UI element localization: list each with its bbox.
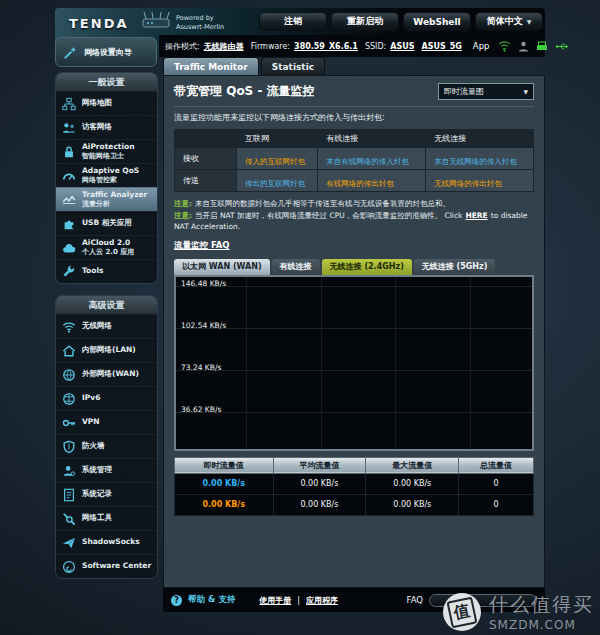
utility-link[interactable]: 应用程序: [306, 595, 338, 606]
packet-link[interactable]: 传入的互联网封包: [245, 157, 305, 166]
packet-link[interactable]: 来自无线网络的传入封包: [434, 157, 517, 166]
stat-value: 0.00 KB/s: [393, 500, 431, 509]
table-row: 传送 传出的互联网封包 有线网络的传出封包 无线网络的传出封包: [175, 170, 534, 192]
webshell-button[interactable]: WebShell: [403, 12, 471, 31]
sidebar-item-system-log[interactable]: 系统记录: [56, 482, 157, 506]
logout-button[interactable]: 注销: [259, 12, 327, 31]
router-admin-page: TENDA Powered by Asuswrt-Merlin 注销 重新启动 …: [0, 0, 600, 635]
table-row: 接收 传入的互联网封包 来自有线网络的传入封包 来自无线网络的传入封包: [175, 148, 534, 170]
ssid-label: SSID:: [365, 42, 386, 51]
disable-nat-link[interactable]: HERE: [465, 211, 487, 220]
col-header-wireless: 无线连接: [426, 130, 534, 148]
stats-header-average: 平均流量值: [273, 457, 366, 473]
note-line: 注意:当开启 NAT 加速时，有线网络流量经过 CPU，会影响流量监控的准确性。…: [174, 210, 534, 233]
tab-statistic[interactable]: Statistic: [261, 57, 325, 75]
row-label-transmit: 传送: [175, 170, 237, 192]
powered-by-line1: Powered by: [176, 14, 224, 23]
traffic-chart: 146.48 KB/s 102.54 KB/s 73.24 KB/s 36.62…: [174, 275, 534, 451]
sidebar-item-aiprotection[interactable]: AiProtection智能网络卫士: [56, 139, 157, 163]
page-container: TENDA Powered by Asuswrt-Merlin 注销 重新启动 …: [55, 8, 545, 630]
iface-tab-wireless-5ghz[interactable]: 无线连接 (5GHz): [414, 259, 496, 275]
stats-row: 0.00 KB/s 0.00 KB/s 0.00 KB/s 0: [175, 494, 534, 515]
packet-link[interactable]: 来自有线网络的传入封包: [326, 157, 409, 166]
sidebar-item-aicloud[interactable]: AiCloud 2.0个人云 2.0 应用: [56, 235, 157, 259]
printer-icon[interactable]: [536, 41, 548, 52]
y-axis-tick: 36.62 KB/s: [181, 405, 221, 414]
table-corner: [175, 130, 237, 148]
wifi-status-icon[interactable]: [498, 40, 511, 52]
network-map-icon: [61, 97, 77, 111]
usb-icon[interactable]: [555, 41, 569, 52]
stats-header-current: 即时流量值: [175, 457, 274, 473]
view-mode-value: 即时流量图: [444, 86, 484, 97]
shield-icon: [61, 440, 77, 454]
lock-icon: [61, 145, 77, 159]
sidebar-item-vpn[interactable]: VPN: [56, 410, 157, 434]
op-mode-link[interactable]: 无线路由器: [204, 41, 244, 52]
reboot-button[interactable]: 重新启动: [331, 12, 399, 31]
cloud-icon: [61, 241, 77, 255]
sidebar-item-ipv6[interactable]: IPv6: [56, 386, 157, 410]
globe-icon: [61, 368, 77, 382]
stat-value: 0.00 KB/s: [203, 479, 246, 488]
quick-setup-button[interactable]: 网络设置向导: [55, 37, 157, 67]
traffic-chart-icon: [61, 193, 77, 207]
chart-gridline: [176, 412, 532, 413]
sidebar-item-administration[interactable]: 系统管理: [56, 458, 157, 482]
language-label: 简体中文: [487, 15, 523, 28]
stats-row: 0.00 KB/s 0.00 KB/s 0.00 KB/s 0: [175, 473, 534, 494]
packet-link[interactable]: 无线网络的传出封包: [434, 179, 502, 188]
smzdm-watermark: 值 什么值得买 SMZDM.COM: [443, 592, 594, 632]
sidebar-item-network-tools[interactable]: 网络工具: [56, 506, 157, 530]
sidebar-item-wan[interactable]: 外部网络(WAN): [56, 362, 157, 386]
sidebar-item-lan[interactable]: 内部网络(LAN): [56, 338, 157, 362]
main-content: Traffic Monitor Statistic 带宽管理 QoS - 流量监…: [163, 57, 545, 588]
firmware-link[interactable]: 380.59_X6.6.1: [294, 42, 358, 51]
sidebar-item-adaptive-qos[interactable]: Adaptive QoS网络管控家: [56, 163, 157, 187]
language-select[interactable]: 简体中文 ▼: [475, 12, 543, 31]
wifi-icon: [61, 320, 77, 334]
view-mode-select[interactable]: 即时流量图 ▼: [438, 83, 534, 100]
iface-tab-ethernet-wan[interactable]: 以太网 WAN (WAN): [174, 259, 270, 275]
help-support-link[interactable]: 帮助 & 支持: [188, 594, 235, 606]
packet-link[interactable]: 有线网络的传出封包: [326, 179, 394, 188]
iface-tab-wireless-24ghz[interactable]: 无线连接 (2.4GHz): [322, 259, 412, 275]
chart-gridline: [321, 277, 322, 449]
clients-icon[interactable]: [518, 41, 529, 52]
row-label-receive: 接收: [175, 148, 237, 170]
wand-icon: [62, 45, 78, 60]
chart-gridline: [470, 277, 471, 449]
note-line: 注意:来自互联网的数据封包会几乎相等于传送至有线与无线设备装置的封包总和。: [174, 198, 534, 210]
sidebar-item-guest-network[interactable]: 访客网络: [56, 115, 157, 139]
sidebar-item-shadowsocks[interactable]: ShadowSocks: [56, 530, 157, 554]
col-header-wired: 有线连接: [318, 130, 426, 148]
chart-gridline: [395, 277, 396, 449]
tab-traffic-monitor[interactable]: Traffic Monitor: [163, 57, 259, 75]
stat-value: 0.00 KB/s: [393, 479, 431, 488]
stat-value: 0.00 KB/s: [203, 500, 246, 509]
sidebar-item-network-map[interactable]: 网络地图: [56, 91, 157, 115]
admin-user-icon: [61, 464, 77, 478]
packet-link[interactable]: 传出的互联网封包: [245, 179, 305, 188]
smzdm-logo: 值: [443, 593, 481, 631]
chart-gridline: [176, 286, 532, 287]
manual-link[interactable]: 使用手册: [259, 595, 291, 606]
powered-by: Powered by Asuswrt-Merlin: [176, 14, 224, 32]
ssid-5g-link[interactable]: ASUS_5G: [421, 42, 461, 51]
sidebar-item-tools[interactable]: Tools: [56, 259, 157, 283]
sidebar-item-firewall[interactable]: 防火墙: [56, 434, 157, 458]
sidebar-item-traffic-analyzer[interactable]: Traffic Analyzer流量分析: [56, 187, 157, 211]
notes: 注意:来自互联网的数据封包会几乎相等于传送至有线与无线设备装置的封包总和。 注意…: [174, 198, 534, 233]
quick-setup-label: 网络设置向导: [84, 47, 132, 58]
chevron-down-icon: ▼: [523, 88, 528, 95]
sidebar-item-software-center[interactable]: Software Center: [56, 554, 157, 578]
iface-tab-wired[interactable]: 有线连接: [272, 259, 320, 275]
house-icon: [61, 344, 77, 358]
chevron-down-icon: ▼: [527, 18, 532, 25]
document-icon: [61, 488, 77, 502]
ssid-link[interactable]: ASUS: [390, 42, 414, 51]
sidebar-item-usb-application[interactable]: USB 相关应用: [56, 211, 157, 235]
sidebar-item-wireless[interactable]: 无线网络: [56, 314, 157, 338]
stats-header-maximum: 最大流量值: [366, 457, 459, 473]
traffic-monitor-faq-link[interactable]: 流量监控 FAQ: [174, 240, 230, 252]
